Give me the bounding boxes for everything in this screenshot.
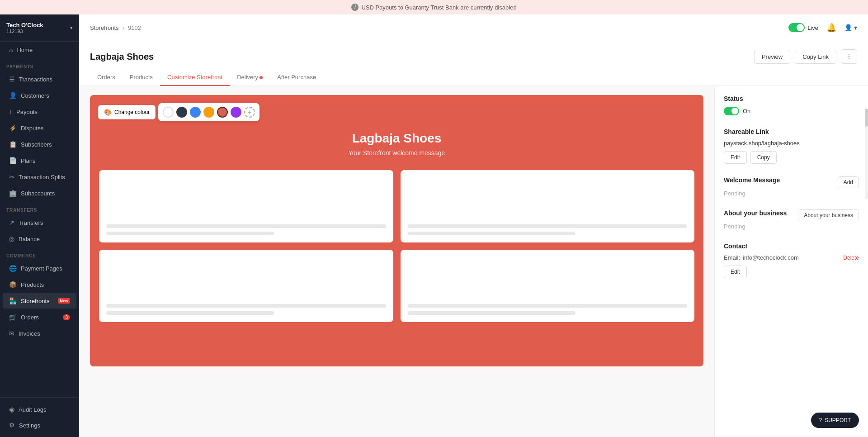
swatch-add-button[interactable]: + — [244, 107, 255, 118]
sidebar-item-invoices[interactable]: ✉ Invoices — [3, 326, 76, 341]
sidebar-item-settings[interactable]: ⚙ Settings — [3, 418, 76, 433]
breadcrumb-storefronts[interactable]: Storefronts — [90, 24, 119, 31]
preview-button[interactable]: Preview — [754, 50, 790, 64]
product-line-2 — [408, 311, 576, 315]
payments-section-label: PAYMENTS — [0, 58, 79, 71]
sidebar-item-orders[interactable]: 🛒 Orders 3 — [3, 309, 76, 325]
sidebar-item-customers[interactable]: 👤 Customers — [3, 88, 76, 103]
about-business-button[interactable]: About your business — [798, 209, 859, 221]
commerce-section-label: COMMERCE — [0, 247, 79, 260]
sidebar-item-payouts[interactable]: ↑ Payouts — [3, 104, 76, 119]
storefronts-icon: 🏪 — [9, 297, 17, 304]
tabs-bar: Orders Products Customize Storefront Del… — [79, 69, 868, 86]
live-toggle-switch[interactable] — [788, 23, 805, 32]
sidebar-item-label: Balance — [19, 236, 40, 242]
product-grid — [90, 170, 703, 331]
transfers-icon: ↗ — [9, 219, 14, 226]
storefronts-new-badge: New — [58, 298, 70, 304]
page-title: Lagbaja Shoes — [90, 52, 154, 62]
swatch-amber[interactable] — [203, 107, 214, 118]
tab-products[interactable]: Products — [123, 69, 160, 86]
sidebar-item-storefronts[interactable]: 🏪 Storefronts New — [3, 293, 76, 309]
sidebar-item-balance[interactable]: ◎ Balance — [3, 231, 76, 247]
sidebar-home-item[interactable]: ⌂ Home — [3, 42, 76, 57]
change-colour-button[interactable]: 🎨 Change colour — [98, 105, 156, 119]
tab-after-purchase[interactable]: After Purchase — [270, 69, 323, 86]
sidebar-item-audit-logs[interactable]: ◉ Audit Logs — [3, 402, 76, 417]
sidebar-item-label: Home — [17, 47, 33, 53]
swatch-white[interactable] — [163, 107, 174, 118]
sidebar-item-subaccounts[interactable]: 🏢 Subaccounts — [3, 185, 76, 201]
balance-icon: ◎ — [9, 235, 14, 242]
copy-link-small-button[interactable]: Copy — [750, 151, 777, 164]
support-button[interactable]: ? SUPPORT — [811, 413, 859, 428]
product-line-2 — [408, 232, 576, 235]
status-toggle[interactable] — [724, 107, 739, 115]
payment-pages-icon: 🌐 — [9, 265, 17, 272]
content-area: 🎨 Change colour + — [79, 86, 868, 437]
delete-contact-button[interactable]: Delete — [843, 255, 859, 261]
user-chevron-icon: ▾ — [854, 24, 857, 31]
delivery-dot — [259, 76, 263, 79]
add-welcome-message-button[interactable]: Add — [838, 176, 859, 188]
sidebar-item-transaction-splits[interactable]: ✂ Transaction Splits — [3, 169, 76, 185]
sidebar-item-payment-pages[interactable]: 🌐 Payment Pages — [3, 261, 76, 276]
breadcrumb-id: 9102 — [128, 24, 141, 31]
tab-delivery[interactable]: Delivery — [230, 69, 270, 86]
edit-link-button[interactable]: Edit — [724, 151, 747, 164]
sidebar-item-label: Orders — [21, 314, 39, 321]
copy-link-button[interactable]: Copy Link — [795, 50, 836, 64]
sidebar-item-transactions[interactable]: ☰ Transactions — [3, 71, 76, 87]
product-line-1 — [106, 304, 386, 308]
product-line-1 — [408, 304, 688, 308]
support-icon: ? — [819, 417, 822, 423]
sidebar-item-products[interactable]: 📦 Products — [3, 277, 76, 292]
sidebar: Tech O'Clock 112193 ▾ ⌂ Home PAYMENTS ☰ … — [0, 14, 79, 437]
breadcrumb-separator: › — [123, 24, 124, 31]
sidebar-item-transfers[interactable]: ↗ Transfers — [3, 215, 76, 230]
right-panel: Status On Shareable Link paystack.shop/l… — [714, 86, 868, 437]
notification-button[interactable]: 🔔 — [825, 21, 838, 34]
sidebar-item-label: Disputes — [21, 125, 44, 132]
shareable-link-section: Shareable Link paystack.shop/lagbaja-sho… — [724, 128, 859, 164]
user-menu[interactable]: 👤 ▾ — [844, 24, 857, 31]
storefront-preview: 🎨 Change colour + — [79, 86, 714, 437]
edit-contact-button[interactable]: Edit — [724, 266, 747, 278]
sidebar-item-label: Transaction Splits — [19, 174, 65, 180]
color-picker-bar: 🎨 Change colour + — [98, 103, 259, 121]
sidebar-brand[interactable]: Tech O'Clock 112193 ▾ — [0, 14, 79, 42]
live-toggle-container[interactable]: Live — [788, 23, 818, 32]
swatch-purple[interactable] — [231, 107, 241, 118]
more-options-button[interactable]: ⋮ — [841, 49, 857, 64]
sidebar-item-label: Audit Logs — [19, 406, 46, 413]
welcome-message-title: Welcome Message — [724, 176, 780, 184]
status-value: On — [743, 108, 750, 114]
settings-icon: ⚙ — [9, 422, 15, 429]
main-content: Storefronts › 9102 Live 🔔 👤 ▾ Lagbaja Sh… — [79, 14, 868, 437]
transfers-section-label: TRANSFERS — [0, 201, 79, 214]
sidebar-item-plans[interactable]: 📄 Plans — [3, 153, 76, 168]
subscribers-icon: 📋 — [9, 141, 17, 148]
product-card — [99, 170, 393, 242]
sidebar-item-label: Subscribers — [21, 141, 52, 148]
splits-icon: ✂ — [9, 173, 14, 180]
sidebar-item-disputes[interactable]: ⚡ Disputes — [3, 120, 76, 136]
top-nav: Storefronts › 9102 Live 🔔 👤 ▾ — [79, 14, 868, 41]
link-prefix: paystack.shop/ — [724, 140, 763, 147]
live-label: Live — [807, 24, 818, 31]
sidebar-item-subscribers[interactable]: 📋 Subscribers — [3, 137, 76, 152]
status-row: On — [724, 107, 859, 115]
tab-customize-storefront[interactable]: Customize Storefront — [160, 69, 230, 86]
page-header: Lagbaja Shoes Preview Copy Link ⋮ — [79, 41, 868, 64]
audit-logs-icon: ◉ — [9, 406, 14, 413]
about-business-title: About your business — [724, 209, 787, 217]
sidebar-item-label: Products — [21, 281, 44, 288]
swatch-dark[interactable] — [176, 107, 187, 118]
swatch-blue[interactable] — [190, 107, 201, 118]
payouts-icon: ↑ — [9, 108, 12, 115]
email-value: info@techoclock.com — [743, 254, 799, 261]
swatch-red[interactable] — [217, 107, 228, 118]
change-colour-label: Change colour — [114, 109, 150, 115]
contact-title: Contact — [724, 242, 859, 250]
tab-orders[interactable]: Orders — [90, 69, 123, 86]
